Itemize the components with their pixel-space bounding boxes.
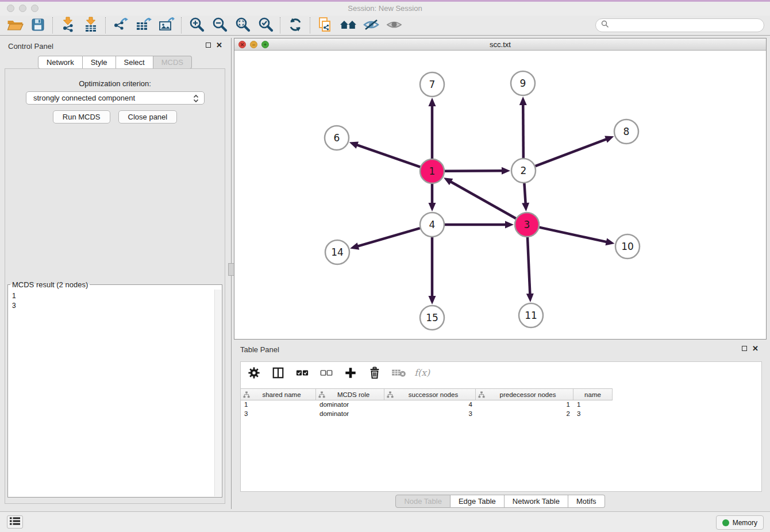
task-history-button[interactable] [7, 515, 23, 529]
table-cell[interactable]: dominator [316, 400, 384, 409]
edge-1-7[interactable] [429, 98, 436, 159]
network-window-titlebar[interactable]: ✕ − + scc.txt [234, 38, 766, 51]
node-3[interactable]: 3 [515, 213, 539, 237]
application-window: Session: New Session Control Panel ✕ Net… [0, 0, 770, 532]
tab-select[interactable]: Select [116, 56, 153, 69]
edge-1-6[interactable] [349, 141, 421, 167]
zoom-selected-button[interactable] [254, 16, 277, 34]
table-panel: Table Panel ✕ f(x) shared nameMCDS roles… [234, 343, 767, 509]
edge-3-1[interactable] [444, 178, 516, 218]
memory-label: Memory [733, 519, 757, 527]
edge-3-11[interactable] [526, 237, 534, 302]
open-file-button[interactable] [3, 16, 26, 34]
select-all-button[interactable] [294, 365, 311, 381]
delete-table-button [390, 365, 407, 381]
export-image-button[interactable] [155, 16, 178, 34]
edge-2-9[interactable] [519, 97, 527, 158]
network-view-window[interactable]: ✕ − + scc.txt 7968124314101511 [234, 38, 767, 340]
edge-4-3[interactable] [445, 221, 514, 229]
tab-style[interactable]: Style [83, 56, 116, 69]
memory-button[interactable]: Memory [716, 515, 764, 530]
node-7[interactable]: 7 [420, 72, 444, 97]
edge-1-2[interactable] [445, 167, 510, 175]
table-cell[interactable]: 4 [384, 400, 476, 409]
delete-row-button[interactable] [366, 365, 383, 381]
node-8[interactable]: 8 [614, 119, 638, 144]
zoom-out-button[interactable] [208, 16, 231, 34]
toolbar-separator [181, 17, 182, 33]
table-row[interactable]: 3dominator323 [241, 409, 761, 418]
node-14[interactable]: 14 [325, 240, 349, 264]
column-header-predecessor-nodes[interactable]: predecessor nodes [476, 389, 573, 400]
column-header-MCDS-role[interactable]: MCDS role [316, 389, 384, 400]
edge-3-10[interactable] [539, 228, 614, 246]
save-session-button[interactable] [26, 16, 49, 34]
import-table-button[interactable] [79, 16, 102, 34]
close-panel-icon[interactable]: ✕ [216, 43, 222, 48]
tab-mcds[interactable]: MCDS [153, 56, 192, 69]
node-label: 2 [521, 165, 527, 176]
table-cell[interactable]: 3 [384, 409, 476, 418]
edge-4-15[interactable] [429, 237, 436, 304]
node-4[interactable]: 4 [420, 213, 444, 237]
search-icon [601, 20, 609, 30]
close-table-panel-icon[interactable]: ✕ [752, 346, 759, 351]
float-panel-icon[interactable] [206, 43, 211, 48]
refresh-layout-icon [288, 17, 303, 34]
criterion-dropdown[interactable]: strongly connected component [26, 91, 205, 105]
table-cell[interactable]: 3 [241, 409, 316, 418]
edge-4-14[interactable] [350, 228, 420, 249]
export-network-button[interactable] [109, 16, 132, 34]
show-all-icon [386, 18, 403, 33]
network-canvas[interactable]: 7968124314101511 [235, 51, 767, 340]
add-row-button[interactable] [342, 365, 359, 381]
column-header-successor-nodes[interactable]: successor nodes [384, 389, 476, 400]
main-titlebar[interactable]: Session: New Session [0, 2, 770, 16]
node-10[interactable]: 10 [615, 234, 640, 259]
close-panel-button[interactable]: Close panel [118, 110, 178, 124]
result-scrollbar[interactable] [214, 290, 221, 496]
column-header-shared-name[interactable]: shared name [241, 389, 316, 400]
zoom-in-button[interactable] [185, 16, 208, 34]
edge-2-8[interactable] [536, 136, 614, 166]
node-6[interactable]: 6 [325, 126, 349, 150]
mcds-result-box: MCDS result (2 nodes) 13 [7, 280, 222, 498]
search-input[interactable] [612, 20, 764, 31]
float-table-panel-icon[interactable] [742, 346, 747, 351]
zoom-fit-button[interactable] [231, 16, 254, 34]
edge-1-4[interactable] [429, 184, 436, 211]
table-cell[interactable]: dominator [316, 409, 384, 418]
table-cell[interactable]: 3 [573, 409, 613, 418]
import-network-button[interactable] [56, 16, 79, 34]
edge-2-3[interactable] [522, 183, 529, 211]
tab-motifs[interactable]: Motifs [568, 495, 605, 508]
export-table-button[interactable] [132, 16, 155, 34]
table-cell[interactable]: 1 [241, 400, 316, 409]
run-mcds-button[interactable]: Run MCDS [53, 110, 110, 124]
tab-edge-table[interactable]: Edge Table [451, 495, 505, 508]
clone-network-button[interactable] [314, 16, 337, 34]
unselect-all-button[interactable] [318, 365, 335, 381]
column-header-name[interactable]: name [573, 389, 613, 400]
table-cell[interactable]: 1 [573, 400, 613, 409]
node-11[interactable]: 11 [519, 303, 543, 327]
settings-gear-button[interactable] [245, 365, 263, 381]
node-2[interactable]: 2 [511, 159, 536, 183]
search-field[interactable] [595, 18, 764, 32]
node-1[interactable]: 1 [420, 159, 444, 183]
node-15[interactable]: 15 [420, 306, 444, 330]
tab-node-table[interactable]: Node Table [395, 495, 451, 508]
tab-network[interactable]: Network [38, 56, 83, 69]
table-row[interactable]: 1dominator411 [241, 400, 761, 409]
node-table-area: f(x) shared nameMCDS rolesuccessor nodes… [240, 361, 762, 492]
refresh-layout-button[interactable] [284, 16, 307, 34]
node-9[interactable]: 9 [511, 71, 535, 95]
table-cell[interactable]: 2 [476, 409, 573, 418]
tab-network-table[interactable]: Network Table [505, 495, 568, 508]
table-panel-controls: ✕ [742, 346, 759, 351]
hide-selected-button[interactable] [360, 16, 383, 34]
node-label: 4 [429, 219, 436, 230]
first-neighbors-button[interactable] [337, 16, 360, 34]
table-cell[interactable]: 1 [476, 400, 573, 409]
column-view-button[interactable] [270, 365, 287, 381]
